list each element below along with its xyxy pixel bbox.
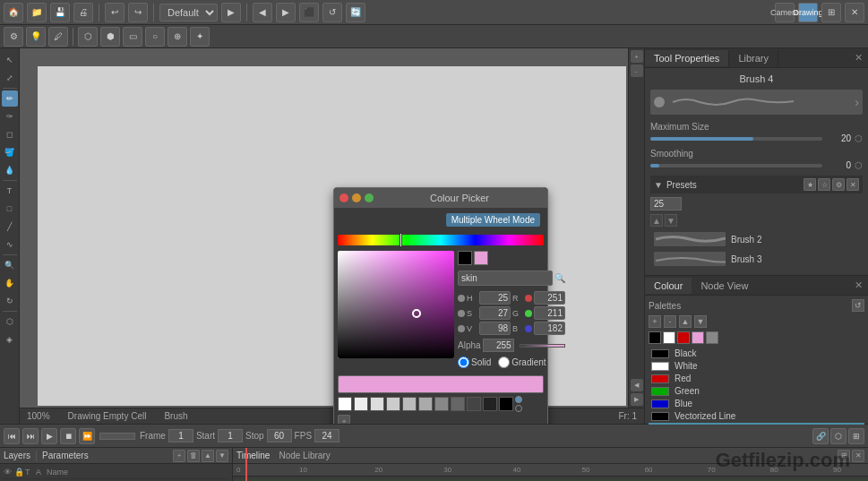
tool-fill[interactable]: 🪣 [2, 144, 18, 160]
tool-bezier[interactable]: ∿ [2, 236, 18, 253]
toolbar-icon-2[interactable]: 📁 [27, 3, 47, 22]
toolbar-icon-10[interactable]: 🔄 [346, 3, 365, 22]
sec-btn-4[interactable]: ⬡ [78, 27, 98, 47]
solid-radio[interactable] [458, 356, 469, 368]
toolbar-icon-7[interactable]: ▶ [276, 3, 296, 22]
tool-zoom[interactable]: 🔍 [2, 257, 18, 273]
tool-brush[interactable]: ✏ [2, 90, 18, 107]
strip-icon-1[interactable]: + [631, 50, 643, 63]
ps-9[interactable] [467, 397, 481, 411]
tool-select[interactable]: ⤢ [2, 70, 18, 86]
tl-btn-5[interactable]: ⏩ [79, 428, 95, 444]
alpha-bar[interactable] [520, 344, 565, 348]
preset-dropdown[interactable]: Default [159, 4, 218, 21]
ps-1[interactable] [338, 397, 352, 411]
toolbar-icon-9[interactable]: ↺ [322, 3, 342, 22]
tl-btn-icon2[interactable]: ⬡ [830, 428, 847, 444]
tl-btn-icon1[interactable]: 🔗 [812, 428, 829, 444]
palette-black[interactable]: Black [649, 348, 864, 359]
timeline-playhead[interactable] [245, 448, 247, 481]
strip-icon-3[interactable]: ◀ [631, 379, 643, 391]
swatch-1[interactable] [649, 331, 661, 344]
tool-line[interactable]: ╱ [2, 219, 18, 235]
frame-input[interactable] [168, 429, 193, 442]
palette-white[interactable]: White [649, 360, 864, 372]
s-input[interactable] [479, 306, 511, 320]
tool-contour[interactable]: ◈ [2, 331, 18, 348]
strip-icon-4[interactable]: ▶ [631, 393, 643, 406]
ps-4[interactable] [386, 397, 400, 411]
timeline-area[interactable]: Timeline Node Library ⊞ ✕ 0 10 20 30 40 … [233, 448, 868, 481]
preset-gear-icon[interactable]: ⚙ [832, 178, 845, 191]
preset-star2-icon[interactable]: ☆ [818, 178, 830, 191]
tl-stop-btn[interactable]: ⏹ [60, 428, 76, 444]
palette-down-btn[interactable]: ▼ [694, 315, 707, 328]
camera-btn[interactable]: Camera [775, 3, 795, 22]
strip-icon-2[interactable]: - [631, 64, 643, 77]
tab-library[interactable]: Library [729, 50, 778, 66]
preset-nav-up[interactable]: ▲ [650, 214, 663, 227]
tl-expand-btn[interactable]: ⊞ [838, 450, 850, 462]
smoothing-slider[interactable] [650, 164, 822, 167]
panel-close-btn[interactable]: ✕ [849, 49, 868, 66]
brush-next-btn[interactable]: › [855, 95, 859, 109]
ps-11[interactable] [499, 397, 513, 411]
tab-tool-properties[interactable]: Tool Properties [645, 50, 729, 66]
redo-btn[interactable]: ↪ [128, 3, 148, 22]
preset-close-icon[interactable]: ✕ [847, 178, 859, 191]
palette-green[interactable]: Green [649, 385, 864, 397]
preset-nav-down[interactable]: ▼ [665, 214, 677, 227]
tool-node[interactable]: ⬡ [2, 314, 18, 330]
dot-2[interactable] [515, 405, 522, 412]
layers-down-btn[interactable]: ▼ [216, 450, 228, 462]
swatch-2[interactable] [663, 331, 675, 344]
picker-max-btn[interactable] [365, 193, 374, 202]
preset-value-input[interactable] [650, 197, 682, 210]
tool-shape[interactable]: □ [2, 201, 18, 217]
toolbar-icon-1[interactable]: 🏠 [4, 3, 23, 22]
palette-vectorized[interactable]: Vectorized Line [649, 410, 864, 422]
swatch-4[interactable] [692, 331, 704, 344]
tool-pan[interactable]: ✋ [2, 275, 18, 291]
tool-pencil[interactable]: ✑ [2, 108, 18, 125]
sec-btn-1[interactable]: ⚙ [4, 27, 23, 47]
drawing-btn[interactable]: Drawing [798, 3, 818, 22]
smoothing-stepper[interactable]: ⬡ [855, 160, 863, 170]
toolbar-icon-8[interactable]: ⬛ [299, 3, 319, 22]
gradient-label[interactable]: Gradient [498, 356, 546, 368]
palette-red[interactable]: Red [649, 373, 864, 384]
tab-colour[interactable]: Colour [645, 278, 692, 294]
layers-add-btn[interactable]: + [173, 450, 185, 462]
ps-10[interactable] [483, 397, 497, 411]
tl-btn-icon3[interactable]: ⊞ [848, 428, 864, 444]
ps-2[interactable] [354, 397, 368, 411]
g-input[interactable] [534, 306, 565, 320]
solid-label[interactable]: Solid [458, 356, 491, 368]
tl-btn-1[interactable]: ⏮ [4, 428, 20, 444]
ps-5[interactable] [402, 397, 417, 411]
picker-mode-btn[interactable]: Multiple Wheel Mode [446, 213, 540, 227]
tool-eraser[interactable]: ◻ [2, 126, 18, 142]
tool-rotate[interactable]: ↻ [2, 293, 18, 309]
palette-refresh-btn[interactable]: ↺ [852, 299, 864, 312]
preset-item-brush2[interactable]: Brush 2 [650, 230, 863, 248]
toolbar-icon-5[interactable]: ▶ [221, 3, 241, 22]
max-size-stepper[interactable]: ⬡ [855, 133, 863, 143]
sec-btn-6[interactable]: ▭ [123, 27, 142, 47]
tab-node-view[interactable]: Node View [692, 278, 757, 294]
preset-item-brush3[interactable]: Brush 3 [650, 250, 863, 268]
picker-min-btn[interactable] [352, 193, 361, 202]
tl-progress[interactable] [99, 433, 135, 440]
gradient-radio[interactable] [498, 356, 510, 368]
tool-eyedrop[interactable]: 💧 [2, 162, 18, 178]
swatch-current[interactable] [474, 251, 488, 265]
start-input[interactable] [218, 429, 243, 442]
picker-search-input[interactable] [458, 271, 553, 286]
undo-btn[interactable]: ↩ [105, 3, 125, 22]
colour-gradient[interactable] [338, 251, 454, 358]
tl-close-btn[interactable]: ✕ [852, 450, 864, 462]
palette-up-btn[interactable]: ▲ [679, 315, 692, 328]
ps-7[interactable] [434, 397, 449, 411]
toolbar-icon-3[interactable]: 💾 [50, 3, 70, 22]
picker-close-btn[interactable] [339, 193, 348, 202]
